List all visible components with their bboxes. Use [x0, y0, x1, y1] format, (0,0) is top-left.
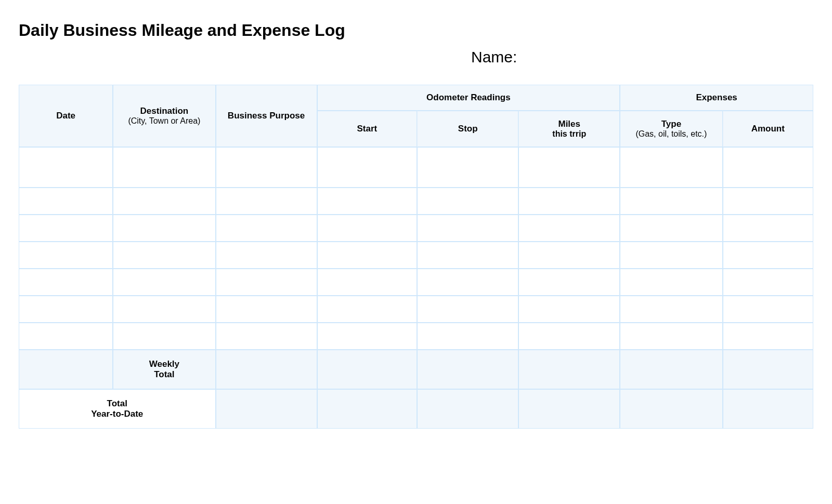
cell-stop[interactable] [417, 188, 518, 215]
col-header-miles: Miles this trrip [518, 111, 620, 147]
table-row [19, 323, 813, 350]
cell-stop[interactable] [417, 242, 518, 269]
col-header-destination-sub: (City, Town or Area) [118, 116, 211, 126]
cell-amount[interactable] [723, 269, 813, 296]
col-header-purpose: Business Purpose [216, 85, 317, 147]
ytd-cell[interactable] [620, 389, 722, 429]
col-header-destination: Destination (City, Town or Area) [113, 85, 215, 147]
cell-type[interactable] [620, 269, 722, 296]
weekly-total-cell[interactable] [620, 350, 722, 389]
weekly-total-cell[interactable] [723, 350, 813, 389]
cell-destination[interactable] [113, 242, 215, 269]
col-header-type: Type (Gas, oil, toils, etc.) [620, 111, 722, 147]
cell-miles[interactable] [518, 147, 620, 188]
cell-type[interactable] [620, 147, 722, 188]
cell-amount[interactable] [723, 188, 813, 215]
col-header-destination-main: Destination [140, 106, 189, 116]
page-title: Daily Business Mileage and Expense Log [19, 21, 813, 40]
cell-destination[interactable] [113, 147, 215, 188]
cell-type[interactable] [620, 323, 722, 350]
cell-stop[interactable] [417, 296, 518, 323]
cell-amount[interactable] [723, 215, 813, 242]
cell-destination[interactable] [113, 269, 215, 296]
cell-type[interactable] [620, 188, 722, 215]
cell-stop[interactable] [417, 269, 518, 296]
ytd-label: TotalYear-to-Date [19, 389, 216, 429]
cell-purpose[interactable] [216, 188, 317, 215]
cell-type[interactable] [620, 296, 722, 323]
weekly-total-cell[interactable] [216, 350, 317, 389]
cell-purpose[interactable] [216, 215, 317, 242]
cell-destination[interactable] [113, 323, 215, 350]
cell-start[interactable] [317, 242, 418, 269]
col-header-type-sub: (Gas, oil, toils, etc.) [625, 129, 718, 139]
cell-start[interactable] [317, 296, 418, 323]
cell-miles[interactable] [518, 323, 620, 350]
cell-date[interactable] [19, 323, 113, 350]
table-row [19, 296, 813, 323]
cell-date[interactable] [19, 296, 113, 323]
col-header-stop: Stop [417, 111, 518, 147]
cell-date[interactable] [19, 242, 113, 269]
cell-start[interactable] [317, 323, 418, 350]
table-row [19, 215, 813, 242]
cell-amount[interactable] [723, 296, 813, 323]
cell-miles[interactable] [518, 188, 620, 215]
cell-date[interactable] [19, 147, 113, 188]
weekly-total-row: WeeklyTotal [19, 350, 813, 389]
cell-stop[interactable] [417, 215, 518, 242]
ytd-cell[interactable] [216, 389, 317, 429]
name-label: Name: [471, 48, 517, 66]
cell-destination[interactable] [113, 215, 215, 242]
table-row [19, 147, 813, 188]
name-row: Name: [19, 48, 813, 66]
ytd-cell[interactable] [723, 389, 813, 429]
col-header-type-main: Type [661, 119, 681, 129]
ytd-cell[interactable] [417, 389, 518, 429]
cell-type[interactable] [620, 215, 722, 242]
cell-stop[interactable] [417, 147, 518, 188]
cell-purpose[interactable] [216, 147, 317, 188]
cell-miles[interactable] [518, 215, 620, 242]
table-row [19, 188, 813, 215]
table-row [19, 242, 813, 269]
weekly-total-cell[interactable] [417, 350, 518, 389]
col-header-miles-sub: this trrip [523, 129, 615, 139]
table-row [19, 269, 813, 296]
weekly-blank [19, 350, 113, 389]
cell-start[interactable] [317, 188, 418, 215]
cell-amount[interactable] [723, 147, 813, 188]
col-header-odometer-group: Odometer Readings [317, 85, 620, 111]
col-header-expenses-group: Expenses [620, 85, 813, 111]
cell-start[interactable] [317, 269, 418, 296]
cell-destination[interactable] [113, 296, 215, 323]
cell-purpose[interactable] [216, 269, 317, 296]
ytd-cell[interactable] [317, 389, 418, 429]
ytd-row: TotalYear-to-Date [19, 389, 813, 429]
col-header-date: Date [19, 85, 113, 147]
weekly-total-cell[interactable] [518, 350, 620, 389]
cell-miles[interactable] [518, 242, 620, 269]
cell-amount[interactable] [723, 242, 813, 269]
col-header-miles-main: Miles [558, 119, 580, 129]
cell-miles[interactable] [518, 269, 620, 296]
cell-start[interactable] [317, 215, 418, 242]
mileage-table: Date Destination (City, Town or Area) Bu… [19, 85, 813, 429]
weekly-total-label: WeeklyTotal [113, 350, 215, 389]
col-header-amount: Amount [723, 111, 813, 147]
weekly-total-cell[interactable] [317, 350, 418, 389]
cell-purpose[interactable] [216, 242, 317, 269]
cell-start[interactable] [317, 147, 418, 188]
cell-date[interactable] [19, 269, 113, 296]
cell-date[interactable] [19, 215, 113, 242]
cell-purpose[interactable] [216, 323, 317, 350]
cell-miles[interactable] [518, 296, 620, 323]
cell-date[interactable] [19, 188, 113, 215]
cell-purpose[interactable] [216, 296, 317, 323]
cell-amount[interactable] [723, 323, 813, 350]
cell-type[interactable] [620, 242, 722, 269]
col-header-start: Start [317, 111, 418, 147]
ytd-cell[interactable] [518, 389, 620, 429]
cell-destination[interactable] [113, 188, 215, 215]
cell-stop[interactable] [417, 323, 518, 350]
